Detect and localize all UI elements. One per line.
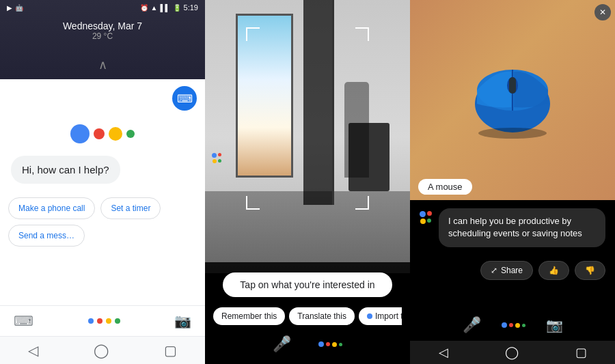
mouse-label: A mouse — [418, 179, 472, 195]
assistant-bottom-bar: ⌨ 📷 — [0, 305, 205, 336]
chip-translate-label: Translate this — [297, 311, 346, 321]
play-icon: ▶ — [7, 4, 12, 12]
nav-bar-3: ◁ ◯ ▢ — [410, 341, 615, 364]
result-panel: ✕ A mouse — [410, 0, 615, 364]
lgdot-blue — [318, 341, 324, 347]
chip-timer[interactable]: Set a timer — [100, 197, 161, 219]
chip-import-label: Import to — [375, 311, 402, 321]
lens-query-bubble[interactable]: Tap on what you're interested in — [223, 272, 392, 297]
ldot-blue — [212, 153, 217, 158]
logo-dot-green — [126, 130, 135, 138]
recents-button-3[interactable]: ▢ — [575, 345, 587, 360]
keyboard-icon[interactable]: ⌨ — [172, 86, 197, 111]
wifi-icon: ▲ — [151, 4, 158, 12]
room-window — [236, 14, 293, 178]
gd3-blue — [502, 322, 507, 328]
back-button-3[interactable]: ◁ — [439, 345, 448, 360]
lens-mic-row: 🎤 — [213, 335, 402, 353]
camera-bottom-icon[interactable]: 📷 — [174, 313, 191, 329]
status-bar: ▶ 🤖 ⏰ ▲ ▌▌ 🔋 5:19 — [0, 0, 205, 15]
dot-red — [97, 318, 102, 324]
logo-dot-red — [94, 128, 105, 139]
lens-logo-dots — [212, 153, 221, 163]
back-button[interactable]: ◁ — [28, 342, 38, 359]
chip-message[interactable]: Send a mess… — [8, 225, 85, 247]
alarm-icon: ⏰ — [140, 4, 148, 12]
mouse-svg — [458, 59, 567, 141]
google-dots-result — [502, 322, 525, 328]
chip-remember-label: Remember this — [221, 311, 277, 321]
date-weather: Wednesday, Mar 7 29 °C — [0, 15, 205, 44]
chip-translate[interactable]: Translate this — [289, 307, 355, 325]
signal-icon: ▌▌ — [160, 4, 169, 12]
close-button[interactable]: ✕ — [594, 4, 611, 20]
result-content-area: I can help you be productive by scheduli… — [410, 200, 615, 364]
recents-button[interactable]: ▢ — [164, 342, 177, 359]
status-right-icons: ⏰ ▲ ▌▌ 🔋 5:19 — [140, 3, 199, 12]
rdot-blue — [420, 211, 426, 217]
import-dot — [367, 313, 372, 319]
date-text: Wednesday, Mar 7 — [0, 20, 205, 31]
share-label: Share — [501, 266, 523, 275]
result-row: I can help you be productive by scheduli… — [410, 200, 615, 255]
action-chips-row: ⤢ Share 👍 👎 — [410, 255, 615, 285]
time-display: 5:19 — [184, 3, 198, 12]
mouse-image-area: ✕ A mouse — [410, 0, 615, 200]
chip-import[interactable]: Import to — [359, 307, 402, 325]
thumbdown-icon: 👎 — [585, 266, 595, 275]
lgdot-red — [326, 342, 330, 346]
weather-text: 29 °C — [0, 31, 205, 41]
chip-phone-call[interactable]: Make a phone call — [8, 197, 95, 219]
thumbup-chip[interactable]: 👍 — [538, 261, 569, 280]
suggestion-chips: Make a phone call Set a timer Send a mes… — [0, 189, 205, 255]
door-frame — [303, 0, 334, 205]
lens-bottom-area: Tap on what you're interested in Remembe… — [205, 262, 410, 364]
gd3-yellow — [515, 323, 520, 328]
assistant-logo-small — [420, 211, 432, 224]
status-left-icons: ▶ 🤖 — [7, 4, 23, 12]
lens-mic-icon[interactable]: 🎤 — [273, 335, 291, 353]
thumbdown-chip[interactable]: 👎 — [575, 261, 605, 280]
assistant-header: ⌨ — [0, 79, 205, 111]
logo-dot-yellow — [109, 127, 122, 141]
rdot-red — [427, 211, 432, 216]
ldot-green — [218, 159, 221, 163]
chevron-up-icon[interactable]: ∧ — [0, 44, 205, 79]
result-bottom-bar: 🎤 📷 — [410, 309, 615, 341]
share-chip[interactable]: ⤢ Share — [480, 261, 533, 280]
thumbup-icon: 👍 — [549, 266, 559, 275]
keyboard-bottom-icon[interactable]: ⌨ — [14, 313, 33, 329]
dot-blue — [88, 318, 94, 324]
chip-remember[interactable]: Remember this — [213, 307, 285, 325]
assistant-content: ⌨ Hi, how can I help? Make a phone call … — [0, 79, 205, 364]
dot-green — [115, 318, 120, 324]
mic-icon-result[interactable]: 🎤 — [463, 316, 481, 334]
rdot-yellow — [420, 219, 426, 224]
greeting-bubble: Hi, how can I help? — [11, 156, 120, 184]
lgdot-green — [339, 343, 342, 346]
battery-icon: 🔋 — [173, 4, 181, 12]
gd3-green — [522, 324, 525, 327]
logo-dot-blue — [70, 124, 90, 143]
ldot-yellow — [213, 159, 217, 163]
google-assistant-logo — [70, 124, 135, 143]
home-button-3[interactable]: ◯ — [505, 345, 519, 360]
svg-rect-4 — [509, 77, 516, 94]
android-icon: 🤖 — [15, 4, 23, 12]
gd3-red — [509, 323, 513, 327]
mouse-photo — [410, 0, 615, 200]
ldot-red — [218, 153, 221, 156]
home-button[interactable]: ◯ — [94, 342, 109, 359]
svg-point-5 — [478, 128, 547, 139]
camera-icon-result[interactable]: 📷 — [546, 317, 563, 333]
dot-yellow — [106, 318, 111, 324]
camera-viewfinder — [205, 0, 410, 273]
lens-chip-row: Remember this Translate this Import to — [213, 307, 402, 325]
google-logo-area — [0, 111, 205, 150]
share-icon: ⤢ — [491, 266, 497, 275]
rdot-green — [427, 219, 431, 223]
person-silhouette — [344, 82, 369, 178]
lgdot-yellow — [332, 342, 337, 347]
assistant-panel: ▶ 🤖 ⏰ ▲ ▌▌ 🔋 5:19 Wednesday, Mar 7 29 °C… — [0, 0, 205, 364]
result-text-bubble: I can help you be productive by scheduli… — [439, 208, 605, 247]
